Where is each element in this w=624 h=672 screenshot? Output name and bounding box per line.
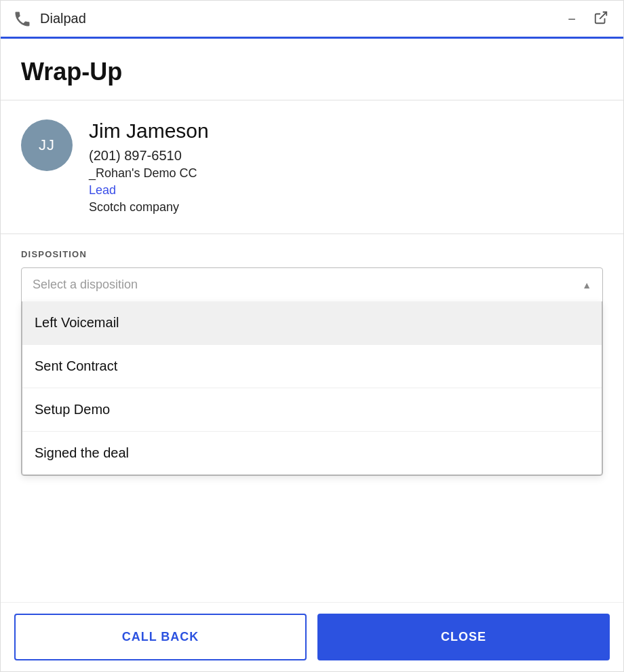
minimize-button[interactable]: − bbox=[565, 11, 579, 27]
title-bar-controls: − bbox=[565, 9, 611, 29]
contact-name: Jim Jameson bbox=[89, 119, 209, 143]
disposition-label: DISPOSITION bbox=[21, 249, 603, 259]
open-external-button[interactable] bbox=[591, 9, 611, 29]
svg-line-0 bbox=[600, 12, 606, 19]
avatar-initials: JJ bbox=[39, 136, 55, 154]
disposition-option-setup-demo[interactable]: Setup Demo bbox=[22, 388, 602, 432]
wrapup-header: Wrap-Up bbox=[1, 39, 623, 100]
footer: CALL BACK CLOSE bbox=[1, 602, 623, 671]
disposition-placeholder: Select a disposition bbox=[33, 278, 138, 292]
phone-icon bbox=[13, 10, 32, 29]
title-bar: Dialpad − bbox=[1, 1, 623, 39]
app-title: Dialpad bbox=[40, 11, 86, 26]
wrapup-title: Wrap-Up bbox=[21, 58, 603, 86]
disposition-select-wrapper[interactable]: Select a disposition ▲ Left Voicemail Se… bbox=[21, 267, 603, 476]
app-window: Dialpad − Wrap-Up JJ Jim Jameson (201) 8… bbox=[0, 0, 624, 672]
avatar: JJ bbox=[21, 119, 73, 171]
chevron-up-icon: ▲ bbox=[582, 280, 591, 291]
disposition-section: DISPOSITION Select a disposition ▲ Left … bbox=[1, 234, 623, 602]
contact-call-center: _Rohan's Demo CC bbox=[89, 166, 209, 181]
contact-info: Jim Jameson (201) 897-6510 _Rohan's Demo… bbox=[89, 119, 209, 214]
contact-section: JJ Jim Jameson (201) 897-6510 _Rohan's D… bbox=[1, 100, 623, 234]
disposition-option-sent-contract[interactable]: Sent Contract bbox=[22, 345, 602, 388]
disposition-option-signed-deal[interactable]: Signed the deal bbox=[22, 432, 602, 474]
contact-phone: (201) 897-6510 bbox=[89, 148, 209, 164]
contact-company: Scotch company bbox=[89, 200, 209, 214]
title-bar-left: Dialpad bbox=[13, 10, 86, 29]
disposition-option-left-voicemail[interactable]: Left Voicemail bbox=[22, 301, 602, 345]
disposition-select-display[interactable]: Select a disposition ▲ bbox=[22, 268, 602, 301]
callback-button[interactable]: CALL BACK bbox=[14, 614, 307, 660]
disposition-dropdown: Left Voicemail Sent Contract Setup Demo … bbox=[22, 301, 602, 475]
close-button[interactable]: CLOSE bbox=[317, 614, 610, 660]
contact-lead-link[interactable]: Lead bbox=[89, 183, 209, 198]
